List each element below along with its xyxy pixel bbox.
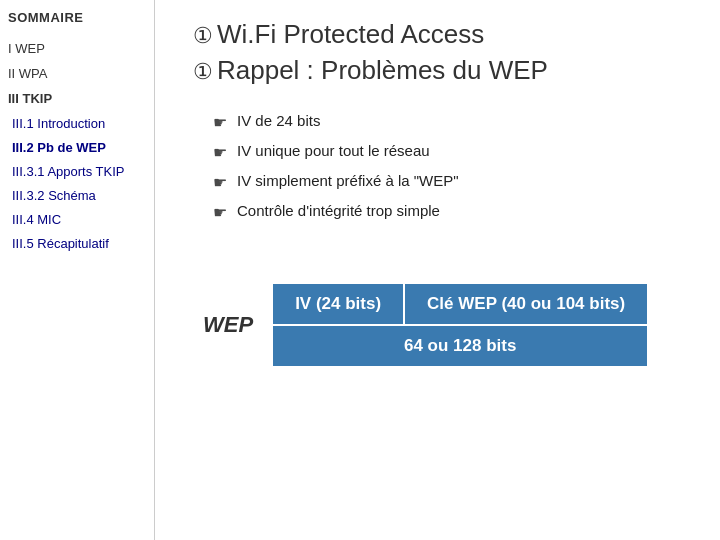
list-item: ☛ IV simplement préfixé à la "WEP" <box>213 172 692 192</box>
wep-table: IV (24 bits) Clé WEP (40 ou 104 bits) 64… <box>271 282 649 368</box>
table-row: IV (24 bits) Clé WEP (40 ou 104 bits) <box>272 283 648 325</box>
sidebar-item-wpa[interactable]: II WPA <box>8 64 146 83</box>
sidebar-item-tkip[interactable]: III TKIP <box>8 89 146 108</box>
sidebar-item-iii31[interactable]: III.3.1 Apports TKIP <box>8 162 146 181</box>
bullet-icon: ☛ <box>213 113 227 132</box>
main-content: ①Wi.Fi Protected Access ①Rappel : Problè… <box>155 0 720 540</box>
sidebar-item-wep[interactable]: I WEP <box>8 39 146 58</box>
wep-cell-iv: IV (24 bits) <box>272 283 404 325</box>
bullet-icon: ☛ <box>213 203 227 222</box>
page-title-line2: ①Rappel : Problèmes du WEP <box>183 54 692 88</box>
wep-diagram: WEP IV (24 bits) Clé WEP (40 ou 104 bits… <box>203 282 692 368</box>
bullet-list: ☛ IV de 24 bits ☛ IV unique pour tout le… <box>213 112 692 232</box>
title-icon-2: ① <box>193 59 213 84</box>
sidebar-item-iii4[interactable]: III.4 MIC <box>8 210 146 229</box>
page-header: ①Wi.Fi Protected Access ①Rappel : Problè… <box>183 18 692 90</box>
title-icon-1: ① <box>193 23 213 48</box>
sidebar-title: SOMMAIRE <box>8 10 146 25</box>
bullet-icon: ☛ <box>213 143 227 162</box>
wep-cell-total: 64 ou 128 bits <box>272 325 648 367</box>
table-row: 64 ou 128 bits <box>272 325 648 367</box>
wep-cell-key: Clé WEP (40 ou 104 bits) <box>404 283 648 325</box>
sidebar-item-iii1[interactable]: III.1 Introduction <box>8 114 146 133</box>
sidebar-item-iii2[interactable]: III.2 Pb de WEP <box>8 138 146 157</box>
page-title-line1: ①Wi.Fi Protected Access <box>183 18 692 52</box>
list-item: ☛ Contrôle d'intégrité trop simple <box>213 202 692 222</box>
sidebar-item-iii32[interactable]: III.3.2 Schéma <box>8 186 146 205</box>
bullet-icon: ☛ <box>213 173 227 192</box>
wep-diagram-label: WEP <box>203 312 253 338</box>
list-item: ☛ IV de 24 bits <box>213 112 692 132</box>
sidebar: SOMMAIRE I WEP II WPA III TKIP III.1 Int… <box>0 0 155 540</box>
sidebar-item-iii5[interactable]: III.5 Récapitulatif <box>8 234 146 253</box>
list-item: ☛ IV unique pour tout le réseau <box>213 142 692 162</box>
content-area: ☛ IV de 24 bits ☛ IV unique pour tout le… <box>183 112 692 522</box>
